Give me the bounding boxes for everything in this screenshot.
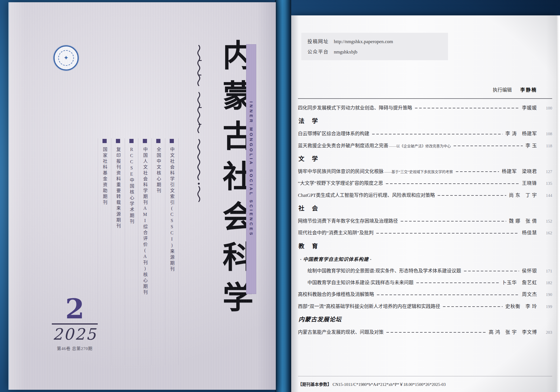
footer-rule [298,376,552,376]
toc-entry: “大文学”视野下文学理论扩容的限度之思王晓锋135 [298,180,552,187]
article-authors: 侯怀银 [522,267,537,275]
article-title: 白云鄂博矿区综合治理体系的构建 [298,130,369,137]
article-authors: 周文杰 [522,291,537,298]
square-bullet-icon [156,139,160,143]
dash-leader [372,134,503,134]
honor-column: RCCSE中国核心学术期刊 [125,138,138,365]
page-number: 199 [540,304,552,310]
toc-entry: 内蒙古氢能产业发展的现状、问题及对策高 鸿 张 宇 李文博203 [298,329,552,336]
article-title: 现代社会中的“消费主义陷阱”及批判 [298,229,374,237]
article-title: ChatGPT类生成式人工智能写作的运行机理、风险表现和应对策略 [298,192,435,199]
journal-title-vertical: 内蒙古社会科学 [209,39,251,340]
table-of-contents: 四化同步发展模式下劳动力就业创造、障碍与提升策略李媛媛100法 学白云鄂博矿区综… [298,104,552,340]
issue-year: 2025 [51,326,99,343]
mongolian-script [194,44,204,212]
article-authors: 尚 东 丁 宇 [509,192,537,199]
submission-url-label: 投稿网址 [307,39,329,44]
article-title: 蓝天救援企业失责合并破产制度适用之完善 [298,142,388,150]
page-number: 182 [540,280,552,286]
toc-section-header: 教 育 [298,241,552,250]
toc-entry: 铸牢中华民族共同体意识的民间文化根脉——基于“三交”史视域下多民族文学的考察杨建… [298,168,552,175]
seal-emblem-icon: ✦ [58,50,74,66]
square-bullet-icon [116,139,120,143]
honor-label: 全国中文核心期刊 [156,147,161,194]
honor-column: 中文社会科学引文索引(CSSCI)来源期刊 [165,138,179,365]
article-title: 内蒙古氢能产业发展的现状、问题及对策 [298,329,384,336]
article-title: 网络节俭消费下青年数字化生存困境及治理路径 [298,218,398,225]
spine-band [275,0,291,392]
article-authors: 卜玉华 詹艺虹 [502,279,537,286]
toc-entry: 高校科教融合的多维桎梏及消解策略周文杰190 [298,291,552,298]
toc-entry: 白云鄂博矿区综合治理体系的构建李 涛 杨建军108 [298,130,552,137]
magazine-spread: ✦ 国家社科基金资助期刊复印报刊资料重要转载来源期刊RCCSE中国核心学术期刊中… [0,0,560,392]
issue-volume: 第46卷 总第270期 [51,345,99,351]
issue-block: 2 2025 第46卷 总第270期 [51,296,99,351]
honor-list: 国家社科基金资助期刊复印报刊资料重要转载来源期刊RCCSE中国核心学术期刊中国人… [98,138,179,365]
dash-leader [386,332,486,333]
article-authors: 魏 娜 张 倩 [509,218,537,225]
page-number: 190 [540,291,552,298]
square-bullet-icon [102,139,107,143]
article-authors: 杨建军 梁晓君 [502,168,537,175]
toc-subsection-header: · 中国教育学自主知识体系构建 · [300,255,552,262]
wechat-line: 公众平台 nmgshkxbjb [307,48,442,55]
toc-page: 投稿网址 http://nmgshkx.paperopen.com 公众平台 n… [291,15,557,392]
page-number: 108 [540,131,552,137]
dash-leader [464,271,519,271]
submission-url-value: http://nmgshkx.paperopen.com [334,39,393,44]
wechat-label: 公众平台 [307,49,329,55]
article-subtitle: ——基于“三交”史视域下多民族文学的考察 [384,169,453,175]
page-number: 118 [540,143,552,149]
journal-seal-logo: ✦ [53,45,79,71]
article-title: 绘制中国教育学知识的全景图谱:现实条件、形态特色及学术体系建设议题 [307,267,461,275]
dash-leader [401,221,506,221]
article-authors: 王晓锋 [522,180,537,187]
submission-url-line: 投稿网址 http://nmgshkx.paperopen.com [307,38,442,45]
honor-label: 复印报刊资料重要转载来源期刊 [116,147,120,229]
dash-leader [376,233,519,234]
article-authors: 李 玉 [526,142,537,150]
square-bullet-icon [143,139,147,143]
page-number: 100 [540,105,552,111]
dash-leader [415,108,519,108]
dash-leader [377,295,519,295]
article-authors: 李 涛 杨建军 [505,130,537,137]
editor-name: 李静楠 [520,87,537,93]
square-bullet-icon [129,139,134,143]
dash-leader [456,171,499,172]
article-title: 西部“双一流”高校基础学科拔尖创新人才培养的内在逻辑和实践路径 [298,303,440,310]
toc-entry: 蓝天救援企业失责合并破产制度适用之完善——以《企业破产法》修改完善为中心李 玉1… [298,142,552,150]
honor-column: 中国人文社会科学期刊AMI综合评价(A刊)核心期刊 [138,138,152,365]
article-title: 铸牢中华民族共同体意识的民间文化根脉 [298,168,384,175]
dash-leader [416,283,499,283]
page-number: 162 [540,230,552,236]
page-number: 127 [540,169,552,175]
dash-leader [454,146,523,146]
article-title: 中国教育学自主知识体系建设:实践样态与未来问题 [307,279,414,286]
honor-column: 国家社科基金资助期刊 [98,138,111,365]
page-number: 171 [540,268,552,274]
editor-label: 执行编辑 [493,87,512,93]
issue-number: 2 [51,296,99,322]
toc-entry: 网络节俭消费下青年数字化生存困境及治理路径魏 娜 张 倩152 [298,218,552,225]
submission-info-box: 投稿网址 http://nmgshkx.paperopen.com 公众平台 n… [301,33,448,60]
journal-cover: ✦ 国家社科基金资助期刊复印报刊资料重要转载来源期刊RCCSE中国核心学术期刊中… [8,2,276,390]
toc-section-header: 法 学 [298,116,552,125]
toc-section-header: 内蒙古发展论坛 [298,315,552,323]
article-authors: 高 鸿 张 宇 李文博 [489,329,537,336]
dash-leader [386,183,519,184]
toc-entry: 四化同步发展模式下劳动力就业创造、障碍与提升策略李媛媛100 [298,104,552,112]
toc-entry: 绘制中国教育学知识的全景图谱:现实条件、形态特色及学术体系建设议题侯怀银171 [298,267,552,275]
toc-entry: 中国教育学自主知识体系建设:实践样态与未来问题卜玉华 詹艺虹182 [298,279,552,286]
english-title-text: INNER MONGOLIA SOCIAL SCIENCES [249,101,254,237]
executive-editor-line: 执行编辑 李静楠 [493,86,537,93]
page-number: 144 [540,192,552,199]
honor-label: 国家社科基金资助期刊 [102,147,107,206]
honor-column: 复印报刊资料重要转载来源期刊 [111,138,125,365]
article-authors: 李媛媛 [522,104,537,112]
honor-column: 全国中文核心期刊 [152,138,165,365]
parameters-label: 【期刊基本参数】 [298,382,332,387]
page-number: 135 [540,180,552,187]
page-edge-highlight [557,15,560,392]
article-authors: 史秋衡 李 玲 [505,303,537,310]
